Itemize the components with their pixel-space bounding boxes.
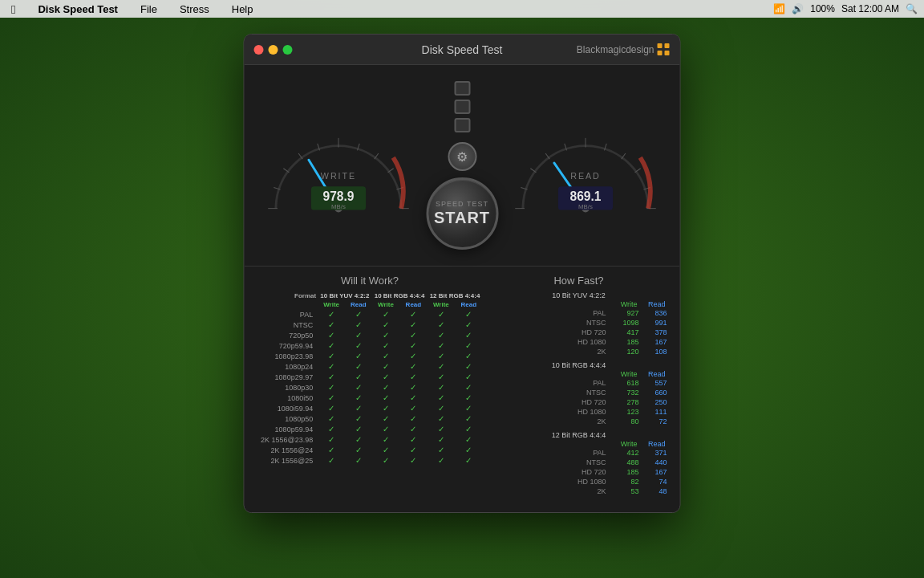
check-mark: ✓ [410,352,416,360]
check-mark: ✓ [438,352,444,360]
check-mark: ✓ [328,362,334,371]
check-mark: ✓ [355,310,362,319]
check-mark: ✓ [410,425,416,434]
hf-section-title: 12 Bit RGB 4:4:4 [491,431,667,439]
table-row: 720p59.94✓✓✓✓✓✓ [257,340,483,351]
check-mark: ✓ [438,362,444,371]
check-mark: ✓ [438,372,444,381]
how-fast-section-0: 10 Bit YUV 4:2:2WriteReadPAL927836NTSC10… [491,291,667,356]
start-button[interactable]: SPEED TEST START [426,177,498,250]
will-it-work-title: Will it Work? [257,275,483,287]
check-mark: ✓ [355,435,362,444]
hf-data-row: NTSC732660 [491,388,667,397]
check-mark: ✓ [383,456,389,465]
rgb10-read-header: Read [399,300,427,309]
minimize-button[interactable] [269,45,278,55]
check-mark: ✓ [355,456,362,465]
check-mark: ✓ [355,362,362,371]
format-cell: 2K 1556@24 [257,445,318,455]
check-mark: ✓ [328,404,334,413]
hf-write-value: 123 [611,408,639,416]
hf-read-value: 250 [639,398,667,406]
hf-read-value: 108 [639,348,667,356]
hf-data-row: NTSC1098991 [491,318,667,328]
hf-data-row: PAL618557 [491,378,667,388]
hf-write-value: 185 [611,468,639,476]
check-box-2 [454,100,470,114]
apple-menu[interactable]:  [6,1,20,18]
hf-write-value: 80 [611,417,639,425]
hf-format-name: HD 720 [491,398,611,406]
check-mark: ✓ [328,383,334,392]
check-mark: ✓ [438,310,444,319]
how-fast-section-1: 10 Bit RGB 4:4:4WriteReadPAL618557NTSC73… [491,361,667,426]
format-cell: PAL [257,309,318,320]
how-fast-section: How Fast? 10 Bit YUV 4:2:2WriteReadPAL92… [491,275,667,501]
check-mark: ✓ [383,383,389,392]
check-mark: ✓ [465,404,472,413]
svg-text:MB/s: MB/s [331,203,346,210]
stress-menu[interactable]: Stress [175,2,214,17]
hf-col-headers: WriteRead [491,300,667,308]
check-mark: ✓ [355,341,362,350]
file-menu[interactable]: File [136,2,162,17]
check-mark: ✓ [410,310,416,319]
hf-read-value: 378 [639,328,667,336]
check-mark: ✓ [465,446,472,454]
check-mark: ✓ [383,331,389,340]
table-row: 1080p59.94✓✓✓✓✓✓ [257,424,483,434]
hf-read-value: 74 [639,478,667,486]
close-button[interactable] [254,45,264,55]
will-it-work-table: Format 10 Bit YUV 4:2:2 10 Bit RGB 4:4:4… [257,291,483,466]
format-cell: 1080i59.94 [257,403,318,413]
hf-format-name: NTSC [491,458,611,466]
format-cell: 2K 1556@25 [257,455,318,466]
maximize-button[interactable] [283,45,293,55]
check-mark: ✓ [465,414,472,423]
hf-format-name: HD 1080 [491,478,611,486]
check-mark: ✓ [383,446,389,454]
check-mark: ✓ [328,372,334,381]
table-row: 1080i59.94✓✓✓✓✓✓ [257,403,483,413]
hf-format-name: PAL [491,309,611,317]
table-row: 2K 1556@23.98✓✓✓✓✓✓ [257,434,483,445]
check-mark: ✓ [465,362,472,371]
check-mark: ✓ [328,352,334,360]
check-mark: ✓ [355,331,362,340]
hf-data-row: PAL412371 [491,448,667,458]
write-gauge: WRITE 978.9 MB/s [261,113,417,218]
rgb10-write-header: Write [372,300,400,309]
check-mark: ✓ [410,331,416,340]
table-row: 1080p23.98✓✓✓✓✓✓ [257,351,483,361]
app-name-menu[interactable]: Disk Speed Test [33,2,122,17]
check-mark: ✓ [328,320,334,329]
title-bar: Disk Speed Test Blackmagicdesign [245,35,680,65]
table-row: 1080p29.97✓✓✓✓✓✓ [257,372,483,382]
hf-format-name: 2K [491,487,611,495]
format-cell: 720p50 [257,330,318,340]
format-cell: 2K 1556@23.98 [257,434,318,445]
read-gauge-container: READ 869.1 MB/s [508,113,664,218]
how-fast-section-2: 12 Bit RGB 4:4:4WriteReadPAL412371NTSC48… [491,431,667,496]
check-mark: ✓ [328,341,334,350]
settings-button[interactable]: ⚙ [448,142,476,171]
check-box-3 [454,118,470,132]
check-mark: ✓ [410,341,416,350]
check-mark: ✓ [410,456,416,465]
format-cell: 720p59.94 [257,340,318,351]
table-row: 1080p30✓✓✓✓✓✓ [257,382,483,393]
hf-write-value: 732 [611,389,639,397]
check-mark: ✓ [328,446,334,454]
format-cell: 1080p23.98 [257,351,318,361]
hf-format-name: HD 720 [491,468,611,476]
start-label-top: SPEED TEST [436,200,488,209]
check-mark: ✓ [328,414,334,423]
check-mark: ✓ [410,372,416,381]
hf-read-header: Read [638,370,666,378]
check-mark: ✓ [465,425,472,434]
check-mark: ✓ [383,414,389,423]
check-mark: ✓ [328,456,334,465]
check-mark: ✓ [328,331,334,340]
search-icon[interactable]: 🔍 [906,3,918,14]
help-menu[interactable]: Help [227,2,258,17]
